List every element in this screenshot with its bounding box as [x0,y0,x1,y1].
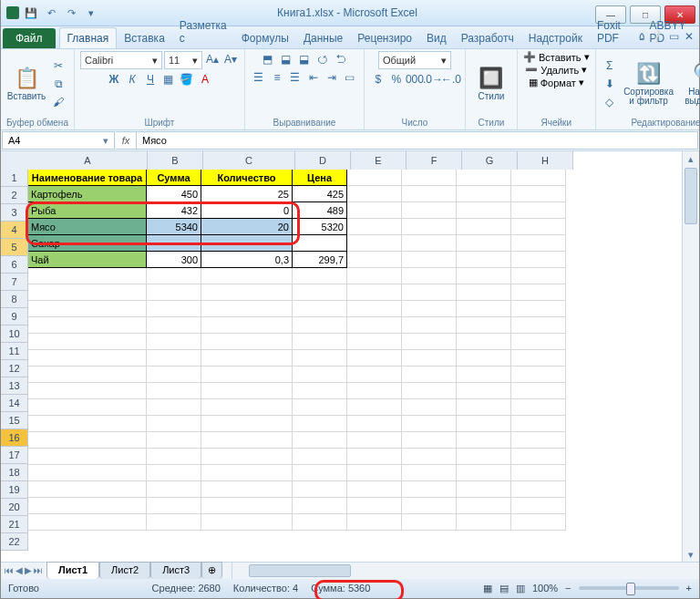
align-left-icon[interactable]: ☰ [251,69,267,86]
grow-font-icon[interactable]: A▴ [204,51,221,67]
cell-H22[interactable] [511,514,566,531]
cell-D12[interactable] [293,350,347,367]
formula-input[interactable]: Мясо [137,131,698,150]
cell-C16[interactable] [201,416,293,432]
cell-F16[interactable] [402,416,457,432]
cell-E18[interactable] [347,449,402,465]
cell-C22[interactable] [201,514,293,531]
cell-G9[interactable] [457,301,511,317]
tab-foxit[interactable]: Foxit PDF [590,15,643,48]
row-header-4[interactable]: 4 [1,222,28,239]
cell-A9[interactable] [28,301,147,317]
cell-E16[interactable] [347,416,402,432]
font-color-icon[interactable]: A [197,71,213,88]
cell-A20[interactable] [28,481,147,498]
ribbon-minimize-icon[interactable]: ۵ [639,30,644,43]
cell-G10[interactable] [457,317,511,334]
cell-B10[interactable] [147,317,201,334]
cell-G20[interactable] [457,481,511,498]
fill-icon[interactable]: ⬇ [602,76,618,92]
cell-H5[interactable] [511,235,566,252]
align-middle-icon[interactable]: ⬓ [278,51,294,67]
row-header-7[interactable]: 7 [1,274,28,291]
scroll-down-icon[interactable]: ▾ [683,547,699,562]
tab-view[interactable]: Вид [419,28,454,48]
cell-B1[interactable]: Сумма [147,170,201,186]
cell-H12[interactable] [511,350,566,367]
zoom-level[interactable]: 100% [532,583,558,594]
cell-E11[interactable] [347,334,402,350]
row-header-9[interactable]: 9 [1,308,28,325]
cell-G11[interactable] [457,334,511,350]
vertical-scrollbar[interactable]: ▴ ▾ [682,151,699,562]
col-header-E[interactable]: E [351,151,407,170]
cell-A19[interactable] [28,465,147,481]
cell-H20[interactable] [511,481,566,498]
cell-C14[interactable] [201,383,293,399]
view-normal-icon[interactable]: ▦ [483,583,492,594]
cell-A14[interactable] [28,383,147,399]
file-tab[interactable]: Файл [3,28,56,48]
cell-E12[interactable] [347,350,402,367]
cell-B17[interactable] [147,432,201,449]
cell-B7[interactable] [147,268,201,284]
cell-C4[interactable]: 20 [201,219,293,235]
cell-B20[interactable] [147,481,201,498]
cell-D1[interactable]: Цена [293,170,347,186]
border-icon[interactable]: ▦ [160,71,177,88]
row-header-6[interactable]: 6 [1,256,28,274]
cell-D4[interactable]: 5320 [293,219,347,235]
tab-data[interactable]: Данные [296,28,350,48]
cell-G2[interactable] [457,186,511,202]
cell-G19[interactable] [457,465,511,481]
cell-A4[interactable]: Мясо [28,219,147,235]
zoom-thumb[interactable] [626,583,635,595]
cell-F7[interactable] [402,268,457,284]
cell-E20[interactable] [347,481,402,498]
cell-D8[interactable] [293,284,347,301]
cell-G13[interactable] [457,367,511,383]
zoom-out-button[interactable]: − [565,583,571,594]
row-header-20[interactable]: 20 [1,499,28,516]
cell-A11[interactable] [28,334,147,350]
cell-C19[interactable] [201,465,293,481]
insert-cells-button[interactable]: ➕Вставить ▾ [523,51,590,63]
row-header-19[interactable]: 19 [1,481,28,499]
cell-B16[interactable] [147,416,201,432]
cell-A13[interactable] [28,367,147,383]
fill-color-icon[interactable]: 🪣 [179,71,195,88]
cell-A22[interactable] [28,514,147,531]
cell-B6[interactable]: 300 [147,252,201,268]
zoom-slider[interactable] [579,586,679,590]
cell-G12[interactable] [457,350,511,367]
cell-E17[interactable] [347,432,402,449]
prev-sheet-icon[interactable]: ◀ [15,565,23,575]
row-header-12[interactable]: 12 [1,360,28,377]
cell-F18[interactable] [402,449,457,465]
col-header-C[interactable]: C [203,151,295,170]
cell-H16[interactable] [511,416,566,432]
cell-F20[interactable] [402,481,457,498]
cell-F6[interactable] [402,252,457,268]
cell-F9[interactable] [402,301,457,317]
row-header-1[interactable]: 1 [1,170,28,187]
cell-F4[interactable] [402,219,457,235]
cell-H6[interactable] [511,252,566,268]
italic-button[interactable]: К [124,71,140,88]
cell-H3[interactable] [511,202,566,219]
tab-formulas[interactable]: Формулы [234,28,296,48]
cell-D21[interactable] [293,498,347,514]
cell-H13[interactable] [511,367,566,383]
cell-F11[interactable] [402,334,457,350]
cell-D16[interactable] [293,416,347,432]
cell-D20[interactable] [293,481,347,498]
shrink-font-icon[interactable]: A▾ [222,51,239,67]
find-button[interactable]: 🔍 Найти и выделить [680,56,700,112]
vertical-scroll-thumb[interactable] [685,168,697,224]
tab-addins[interactable]: Надстройк [521,28,590,48]
row-header-14[interactable]: 14 [1,395,28,412]
next-sheet-icon[interactable]: ▶ [25,565,32,575]
col-header-F[interactable]: F [407,151,462,170]
styles-button[interactable]: 🔲 Стили [471,56,511,112]
cell-D9[interactable] [293,301,347,317]
